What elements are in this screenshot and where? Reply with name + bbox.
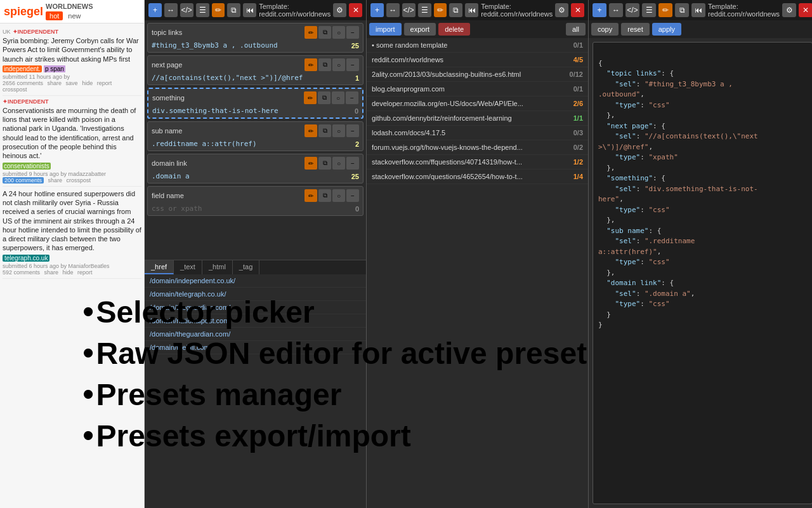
preset-item[interactable]: reddit.com/r/worldnews 4/5 [367,53,588,67]
row-edit-btn[interactable]: ✏ [304,26,317,39]
domain-item[interactable]: /domain/theguardian.com/ [145,301,366,314]
domain-item[interactable]: /domain/nationalpost.com/ [145,314,366,328]
row-circle-btn[interactable]: ○ [332,26,345,39]
edit-btn[interactable]: ✏ [658,3,672,17]
copy-btn[interactable]: ⧉ [449,3,462,17]
close-btn[interactable]: ✕ [799,3,812,17]
hide-link[interactable]: hide [63,269,74,276]
edit-btn[interactable]: ✏ [212,3,225,17]
settings-btn[interactable]: ⚙ [555,3,568,17]
tab-html[interactable]: _html [202,260,233,274]
list-btn[interactable]: ☰ [418,3,431,17]
domain-item[interactable]: /domain/thehill.com/ [145,341,366,354]
share-link[interactable]: share [48,177,63,184]
row-copy-btn[interactable]: ⧉ [318,58,331,71]
source-tag: telegraph.co.uk [3,255,49,262]
tab-tag[interactable]: _tag [233,260,259,274]
share-link[interactable]: share [44,269,59,276]
export-button[interactable]: export [404,23,436,36]
row-circle-btn[interactable]: ○ [332,124,345,137]
reset-json-button[interactable]: reset [621,23,649,36]
comments-link[interactable]: 592 comments [3,269,40,276]
row-copy-btn[interactable]: ⧉ [318,189,331,202]
comments-link[interactable]: 2656 comments [3,80,43,86]
comments-link[interactable]: 200 comments [3,177,44,184]
arrow-btn[interactable]: ↔ [164,3,178,17]
close-btn[interactable]: ✕ [349,3,362,17]
domain-item[interactable]: /domain/independent.co.uk/ [145,274,366,288]
nav-tab-new[interactable]: new [64,11,84,20]
row-minus-btn[interactable]: − [346,157,359,170]
crosspost-link[interactable]: crosspost [3,86,27,93]
add-btn[interactable]: + [148,3,162,17]
row-edit-btn[interactable]: ✏ [304,91,317,104]
code-btn[interactable]: </> [625,3,639,17]
add-btn[interactable]: + [593,3,606,17]
row-circle-btn[interactable]: ○ [332,91,344,104]
row-circle-btn[interactable]: ○ [332,58,345,71]
domain-item[interactable]: /domain/telegraph.co.uk/ [145,288,366,301]
code-btn[interactable]: </> [180,3,193,17]
add-btn[interactable]: + [370,3,384,17]
report-link[interactable]: report [77,269,93,276]
settings-btn[interactable]: ⚙ [782,3,796,17]
skip-btn[interactable]: ⏮ [691,3,705,17]
mid-panel-header: + ↔ </> ☰ ✏ ⧉ ⏮ Template: reddit.com/r/w… [145,0,366,20]
row-minus-btn[interactable]: − [346,26,359,39]
hide-link[interactable]: hide [82,80,93,86]
copy-btn[interactable]: ⧉ [675,3,689,17]
arrow-btn[interactable]: ↔ [609,3,623,17]
settings-btn[interactable]: ⚙ [333,3,346,17]
list-btn[interactable]: ☰ [642,3,656,17]
row-circle-btn[interactable]: ○ [332,189,345,202]
domain-item[interactable]: /domain/theguardian.com/ [145,328,366,341]
save-link[interactable]: save [66,80,78,86]
preset-item[interactable]: stackoverflow.com/questions/4652654/how-… [367,170,588,184]
list-btn[interactable]: ☰ [196,3,209,17]
nav-tab-hot[interactable]: hot [46,11,63,20]
all-button[interactable]: all [566,23,586,36]
row-minus-btn[interactable]: − [346,58,359,71]
preset-item[interactable]: 2ality.com/2013/03/subclassing-builtins-… [367,67,588,82]
row-copy-btn[interactable]: ⧉ [318,124,331,137]
preset-item[interactable]: • some random template 0/1 [367,38,588,53]
tab-href[interactable]: _href [145,260,174,274]
edit-btn[interactable]: ✏ [434,3,447,17]
preset-item[interactable]: blog.cleanprogram.com 0/1 [367,82,588,97]
row-minus-btn[interactable]: − [346,189,359,202]
apply-json-button[interactable]: apply [652,23,681,36]
row-edit-btn[interactable]: ✏ [304,189,317,202]
close-btn[interactable]: ✕ [571,3,584,17]
row-copy-btn[interactable]: ⧉ [318,157,331,170]
crosspost-link[interactable]: crosspost [67,177,91,184]
arrow-btn[interactable]: ↔ [386,3,400,17]
preset-item[interactable]: forum.vuejs.org/t/how-vuejs-knows-the-de… [367,140,588,155]
row-copy-btn[interactable]: ⧉ [318,26,331,39]
share-link[interactable]: share [48,80,62,86]
row-selector: #thing_t3_8bymb3 a , .outbound [152,41,278,50]
presets-panel: + ↔ </> ☰ ✏ ⧉ ⏮ Template: reddit.com/r/w… [367,0,589,508]
tab-text[interactable]: _text [174,260,202,274]
json-editor[interactable]: { "topic links": { "sel": "#thing_t3_8by… [593,42,812,504]
copy-btn[interactable]: ⧉ [227,3,240,17]
row-minus-btn[interactable]: − [346,91,358,104]
code-btn[interactable]: </> [402,3,416,17]
import-button[interactable]: import [369,23,402,36]
tag-highlight[interactable]: conservationists [3,163,51,170]
delete-button[interactable]: delete [438,23,470,36]
preset-item[interactable]: lodash.com/docs/4.17.5 0/3 [367,126,588,140]
domain-list: /domain/independent.co.uk/ /domain/teleg… [145,274,366,509]
row-copy-btn[interactable]: ⧉ [318,91,331,104]
skip-btn[interactable]: ⏮ [243,3,256,17]
row-edit-btn[interactable]: ✏ [304,58,317,71]
skip-btn[interactable]: ⏮ [465,3,478,17]
row-circle-btn[interactable]: ○ [332,157,345,170]
preset-item[interactable]: stackoverflow.com/ffquestions/40714319/h… [367,155,588,170]
preset-item[interactable]: github.com/dennybritz/reinforcement-lear… [367,111,588,126]
row-edit-btn[interactable]: ✏ [304,124,317,137]
row-edit-btn[interactable]: ✏ [304,157,317,170]
report-link[interactable]: report [97,80,112,86]
copy-json-button[interactable]: copy [591,23,619,36]
preset-item[interactable]: developer.mozilla.org/en-US/docs/Web/API… [367,97,588,111]
row-minus-btn[interactable]: − [346,124,359,137]
